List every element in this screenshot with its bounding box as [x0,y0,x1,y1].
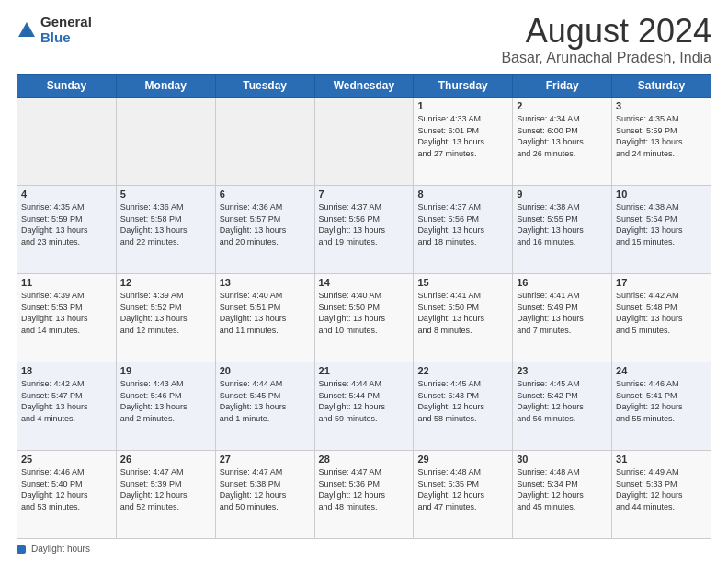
day-info: Sunrise: 4:47 AM Sunset: 5:36 PM Dayligh… [319,466,410,512]
calendar-cell: 8Sunrise: 4:37 AM Sunset: 5:56 PM Daylig… [414,186,513,274]
calendar-cell: 11Sunrise: 4:39 AM Sunset: 5:53 PM Dayli… [17,274,117,362]
calendar-cell: 1Sunrise: 4:33 AM Sunset: 6:01 PM Daylig… [414,98,513,186]
day-header-monday: Monday [116,75,215,98]
day-info: Sunrise: 4:44 AM Sunset: 5:44 PM Dayligh… [319,378,410,424]
day-number: 13 [220,277,311,288]
calendar-cell: 4Sunrise: 4:35 AM Sunset: 5:59 PM Daylig… [17,186,117,274]
day-number: 25 [21,454,112,465]
day-info: Sunrise: 4:33 AM Sunset: 6:01 PM Dayligh… [417,113,508,159]
calendar-cell: 23Sunrise: 4:45 AM Sunset: 5:42 PM Dayli… [513,362,612,451]
calendar-week-4: 18Sunrise: 4:42 AM Sunset: 5:47 PM Dayli… [17,362,711,451]
day-header-tuesday: Tuesday [215,75,314,98]
day-number: 1 [417,100,508,111]
calendar-table: SundayMondayTuesdayWednesdayThursdayFrid… [17,74,711,539]
day-number: 8 [417,189,508,200]
day-number: 28 [319,454,410,465]
calendar-cell: 7Sunrise: 4:37 AM Sunset: 5:56 PM Daylig… [314,186,414,274]
day-header-row: SundayMondayTuesdayWednesdayThursdayFrid… [17,75,711,98]
day-number: 15 [417,277,508,288]
header: General Blue August 2024 Basar, Arunacha… [17,15,711,66]
day-info: Sunrise: 4:40 AM Sunset: 5:51 PM Dayligh… [220,290,311,336]
calendar-cell: 3Sunrise: 4:35 AM Sunset: 5:59 PM Daylig… [612,98,711,186]
calendar-cell: 17Sunrise: 4:42 AM Sunset: 5:48 PM Dayli… [612,274,711,362]
day-info: Sunrise: 4:46 AM Sunset: 5:40 PM Dayligh… [21,466,112,512]
logo: General Blue [17,15,92,45]
calendar-cell: 22Sunrise: 4:45 AM Sunset: 5:43 PM Dayli… [414,362,513,451]
calendar-week-3: 11Sunrise: 4:39 AM Sunset: 5:53 PM Dayli… [17,274,711,362]
day-info: Sunrise: 4:39 AM Sunset: 5:53 PM Dayligh… [21,290,112,336]
title-block: August 2024 Basar, Arunachal Pradesh, In… [501,15,711,66]
day-number: 23 [517,365,608,376]
logo-general: General [40,15,92,30]
day-header-saturday: Saturday [612,75,711,98]
page: General Blue August 2024 Basar, Arunacha… [0,0,728,563]
calendar-subtitle: Basar, Arunachal Pradesh, India [501,50,711,66]
day-header-friday: Friday [513,75,612,98]
calendar-cell: 30Sunrise: 4:48 AM Sunset: 5:34 PM Dayli… [513,451,612,539]
day-info: Sunrise: 4:47 AM Sunset: 5:39 PM Dayligh… [120,466,211,512]
day-info: Sunrise: 4:45 AM Sunset: 5:42 PM Dayligh… [517,378,608,424]
calendar-cell: 16Sunrise: 4:41 AM Sunset: 5:49 PM Dayli… [513,274,612,362]
logo-icon [17,20,37,40]
day-number: 2 [517,100,608,111]
day-number: 17 [616,277,707,288]
day-info: Sunrise: 4:43 AM Sunset: 5:46 PM Dayligh… [120,378,211,424]
calendar-cell: 26Sunrise: 4:47 AM Sunset: 5:39 PM Dayli… [116,451,215,539]
calendar-cell [215,98,314,186]
day-number: 11 [21,277,112,288]
day-info: Sunrise: 4:39 AM Sunset: 5:52 PM Dayligh… [120,290,211,336]
day-info: Sunrise: 4:35 AM Sunset: 5:59 PM Dayligh… [21,201,112,247]
calendar-body: 1Sunrise: 4:33 AM Sunset: 6:01 PM Daylig… [17,98,711,539]
calendar-cell: 15Sunrise: 4:41 AM Sunset: 5:50 PM Dayli… [414,274,513,362]
calendar-cell: 27Sunrise: 4:47 AM Sunset: 5:38 PM Dayli… [215,451,314,539]
day-info: Sunrise: 4:42 AM Sunset: 5:48 PM Dayligh… [616,290,707,336]
calendar-cell [17,98,117,186]
calendar-cell [314,98,414,186]
calendar-week-1: 1Sunrise: 4:33 AM Sunset: 6:01 PM Daylig… [17,98,711,186]
day-number: 16 [517,277,608,288]
day-info: Sunrise: 4:34 AM Sunset: 6:00 PM Dayligh… [517,113,608,159]
footer-label: Daylight hours [31,544,90,554]
calendar-cell: 31Sunrise: 4:49 AM Sunset: 5:33 PM Dayli… [612,451,711,539]
calendar-week-5: 25Sunrise: 4:46 AM Sunset: 5:40 PM Dayli… [17,451,711,539]
calendar-cell: 10Sunrise: 4:38 AM Sunset: 5:54 PM Dayli… [612,186,711,274]
day-number: 21 [319,365,410,376]
day-number: 6 [220,189,311,200]
calendar-header: SundayMondayTuesdayWednesdayThursdayFrid… [17,75,711,98]
day-info: Sunrise: 4:41 AM Sunset: 5:50 PM Dayligh… [417,290,508,336]
day-info: Sunrise: 4:44 AM Sunset: 5:45 PM Dayligh… [220,378,311,424]
day-number: 20 [220,365,311,376]
calendar-cell: 21Sunrise: 4:44 AM Sunset: 5:44 PM Dayli… [314,362,414,451]
calendar-cell: 20Sunrise: 4:44 AM Sunset: 5:45 PM Dayli… [215,362,314,451]
calendar-week-2: 4Sunrise: 4:35 AM Sunset: 5:59 PM Daylig… [17,186,711,274]
day-number: 14 [319,277,410,288]
day-info: Sunrise: 4:40 AM Sunset: 5:50 PM Dayligh… [319,290,410,336]
calendar-cell: 29Sunrise: 4:48 AM Sunset: 5:35 PM Dayli… [414,451,513,539]
day-number: 24 [616,365,707,376]
calendar-cell: 12Sunrise: 4:39 AM Sunset: 5:52 PM Dayli… [116,274,215,362]
calendar-cell: 13Sunrise: 4:40 AM Sunset: 5:51 PM Dayli… [215,274,314,362]
footer-dot [17,545,26,554]
calendar-cell: 24Sunrise: 4:46 AM Sunset: 5:41 PM Dayli… [612,362,711,451]
day-header-sunday: Sunday [17,75,117,98]
calendar-cell: 28Sunrise: 4:47 AM Sunset: 5:36 PM Dayli… [314,451,414,539]
day-number: 12 [120,277,211,288]
logo-text: General Blue [40,15,92,45]
day-number: 19 [120,365,211,376]
day-info: Sunrise: 4:37 AM Sunset: 5:56 PM Dayligh… [319,201,410,247]
day-number: 27 [220,454,311,465]
day-number: 30 [517,454,608,465]
day-info: Sunrise: 4:41 AM Sunset: 5:49 PM Dayligh… [517,290,608,336]
calendar-footer: Daylight hours [17,544,711,554]
day-number: 3 [616,100,707,111]
logo-blue: Blue [40,30,92,46]
day-info: Sunrise: 4:38 AM Sunset: 5:55 PM Dayligh… [517,201,608,247]
day-info: Sunrise: 4:36 AM Sunset: 5:58 PM Dayligh… [120,201,211,247]
day-number: 26 [120,454,211,465]
day-info: Sunrise: 4:45 AM Sunset: 5:43 PM Dayligh… [417,378,508,424]
day-number: 22 [417,365,508,376]
day-number: 9 [517,189,608,200]
day-info: Sunrise: 4:46 AM Sunset: 5:41 PM Dayligh… [616,378,707,424]
day-info: Sunrise: 4:48 AM Sunset: 5:35 PM Dayligh… [417,466,508,512]
calendar-cell: 2Sunrise: 4:34 AM Sunset: 6:00 PM Daylig… [513,98,612,186]
